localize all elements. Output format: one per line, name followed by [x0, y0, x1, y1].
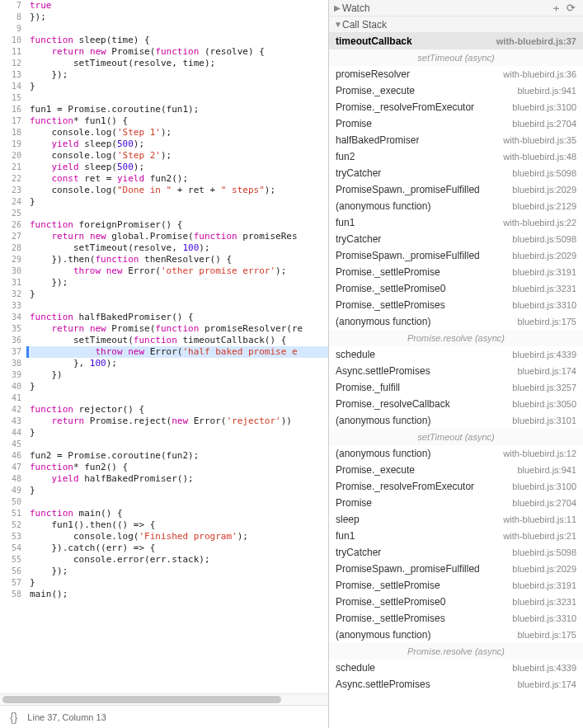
stack-frame[interactable]: Promise._resolveCallbackbluebird.js:3050 [329, 396, 583, 412]
frame-function: Promise [336, 497, 372, 509]
code-line[interactable]: setTimeout(resolve, 100); [26, 242, 328, 254]
stack-frame[interactable]: (anonymous function)bluebird.js:2129 [329, 198, 583, 214]
code-line[interactable]: console.log('Step 2'); [26, 150, 328, 162]
stack-frame[interactable]: fun2with-bluebird.js:48 [329, 148, 583, 165]
code-line[interactable]: }); [26, 12, 328, 23]
code-line[interactable]: } [26, 81, 328, 92]
code-line[interactable]: } [26, 381, 328, 392]
code-line[interactable]: return new global.Promise(function promi… [26, 231, 328, 242]
code-line[interactable]: true [26, 0, 328, 12]
stack-frame[interactable]: sleepwith-bluebird.js:11 [329, 511, 583, 528]
code-line[interactable] [26, 23, 328, 35]
code-line[interactable]: function* fun1() { [26, 115, 328, 127]
code-line[interactable]: function halfBakedPromiser() { [26, 312, 328, 323]
stack-frame[interactable]: Promise._executebluebird.js:941 [329, 462, 583, 478]
code-line[interactable]: return Promise.reject(new Error('rejecto… [26, 416, 328, 427]
code-line[interactable]: return new Promise(function (resolve) { [26, 46, 328, 58]
callstack-section-header[interactable]: ▼ Call Stack [329, 16, 583, 33]
code-line[interactable]: }, 100); [26, 358, 328, 369]
stack-frame[interactable]: halfBakedPromiserwith-bluebird.js:35 [329, 132, 583, 148]
code-line[interactable]: }) [26, 369, 328, 381]
stack-frame[interactable]: tryCatcherbluebird.js:5098 [329, 544, 583, 561]
code-line[interactable]: console.log('Finished program'); [26, 531, 328, 542]
stack-frame[interactable]: PromiseSpawn._promiseFulfilledbluebird.j… [329, 247, 583, 264]
code-line[interactable]: } [26, 196, 328, 208]
stack-frame[interactable]: PromiseSpawn._promiseFulfilledbluebird.j… [329, 561, 583, 577]
stack-frame[interactable]: Promise._fulfillbluebird.js:3257 [329, 379, 583, 396]
code-line[interactable]: setTimeout(function timeoutCallback() { [26, 335, 328, 346]
code-line[interactable]: function foreignPromiser() { [26, 219, 328, 231]
code-line[interactable] [26, 92, 328, 104]
code-line[interactable]: function sleep(time) { [26, 35, 328, 46]
code-line[interactable] [26, 439, 328, 450]
stack-frame[interactable]: (anonymous function)bluebird.js:175 [329, 313, 583, 330]
stack-frame[interactable]: schedulebluebird.js:4339 [329, 346, 583, 363]
stack-frame[interactable]: Promise._settlePromise0bluebird.js:3231 [329, 594, 583, 610]
add-watch-button[interactable]: ＋ [548, 1, 563, 16]
code-line[interactable]: fun2 = Promise.coroutine(fun2); [26, 450, 328, 462]
stack-frame[interactable]: Promise._settlePromisebluebird.js:3191 [329, 577, 583, 594]
pretty-print-icon[interactable]: {} [10, 711, 17, 724]
stack-frame[interactable]: Async.settlePromisesbluebird.js:174 [329, 363, 583, 379]
code-line[interactable]: yield sleep(500); [26, 162, 328, 173]
stack-frame[interactable]: Promise._settlePromisesbluebird.js:3310 [329, 297, 583, 313]
stack-frame[interactable]: Async.settlePromisesbluebird.js:174 [329, 676, 583, 693]
code-line[interactable]: yield sleep(500); [26, 139, 328, 150]
code-line[interactable] [26, 496, 328, 508]
stack-frame[interactable]: Promisebluebird.js:2704 [329, 115, 583, 132]
code-line[interactable]: fun1 = Promise.coroutine(fun1); [26, 104, 328, 115]
horizontal-scrollbar[interactable] [0, 693, 328, 705]
code-line[interactable]: console.log('Step 1'); [26, 127, 328, 139]
expand-icon[interactable]: ▶ [334, 3, 342, 12]
code-line[interactable]: throw new Error('other promise error'); [26, 265, 328, 277]
code-line[interactable]: } [26, 289, 328, 300]
stack-frame[interactable]: Promise._resolveFromExecutorbluebird.js:… [329, 99, 583, 115]
stack-frame[interactable]: fun1with-bluebird.js:22 [329, 214, 583, 231]
stack-frame[interactable]: (anonymous function)with-bluebird.js:12 [329, 445, 583, 462]
stack-frame[interactable]: promiseResolverwith-bluebird.js:36 [329, 66, 583, 82]
stack-frame[interactable]: Promisebluebird.js:2704 [329, 495, 583, 511]
code-line[interactable]: }).then(function thenResolver() { [26, 254, 328, 265]
stack-frame[interactable]: Promise._resolveFromExecutorbluebird.js:… [329, 478, 583, 495]
code-line[interactable]: }); [26, 69, 328, 81]
code-line[interactable]: }); [26, 566, 328, 577]
code-line[interactable] [26, 300, 328, 312]
code-line[interactable]: }); [26, 277, 328, 289]
code-line[interactable]: function rejector() { [26, 404, 328, 416]
code-line[interactable]: } [26, 577, 328, 589]
stack-frame[interactable]: (anonymous function)bluebird.js:3101 [329, 412, 583, 429]
stack-frame[interactable]: Promise._settlePromisesbluebird.js:3310 [329, 610, 583, 627]
refresh-button[interactable]: ⟳ [563, 2, 578, 14]
code-line[interactable]: throw new Error('half baked promise e [26, 346, 328, 358]
code-line[interactable]: return new Promise(function promiseResol… [26, 323, 328, 335]
stack-frame[interactable]: (anonymous function)bluebird.js:175 [329, 627, 583, 643]
stack-frame[interactable]: timeoutCallbackwith-bluebird.js:37 [329, 33, 583, 49]
code-line[interactable]: }).catch((err) => { [26, 542, 328, 554]
code-line[interactable]: console.error(err.stack); [26, 554, 328, 566]
collapse-icon[interactable]: ▼ [334, 20, 342, 29]
code-line[interactable]: setTimeout(resolve, time); [26, 58, 328, 69]
scrollbar-thumb[interactable] [2, 696, 281, 703]
code-line[interactable]: function main() { [26, 508, 328, 519]
stack-frame[interactable]: tryCatcherbluebird.js:5098 [329, 165, 583, 181]
stack-frame[interactable]: Promise._settlePromisebluebird.js:3191 [329, 264, 583, 280]
stack-frame[interactable]: schedulebluebird.js:4339 [329, 660, 583, 676]
code-line[interactable]: const ret = yield fun2(); [26, 173, 328, 185]
code-line[interactable]: } [26, 485, 328, 496]
code-line[interactable]: console.log("Done in " + ret + " steps")… [26, 185, 328, 196]
code-line[interactable] [26, 392, 328, 404]
code-line[interactable]: function* fun2() { [26, 462, 328, 473]
code-line[interactable]: main(); [26, 589, 328, 600]
stack-frame[interactable]: Promise._settlePromise0bluebird.js:3231 [329, 280, 583, 297]
stack-frame[interactable]: PromiseSpawn._promiseFulfilledbluebird.j… [329, 181, 583, 198]
stack-frame[interactable]: Promise._executebluebird.js:941 [329, 82, 583, 99]
code-line[interactable]: fun1().then(() => { [26, 519, 328, 531]
watch-section-header[interactable]: ▶ Watch ＋ ⟳ [329, 0, 583, 16]
stack-frame[interactable]: tryCatcherbluebird.js:5098 [329, 231, 583, 247]
stack-frame[interactable]: fun1with-bluebird.js:21 [329, 528, 583, 544]
code-area[interactable]: 7891011121314151617181920212223242526272… [0, 0, 328, 693]
code-line[interactable]: } [26, 427, 328, 439]
code-content[interactable]: true});function sleep(time) { return new… [26, 0, 328, 693]
code-line[interactable]: yield halfBakedPromiser(); [26, 473, 328, 485]
code-line[interactable] [26, 208, 328, 219]
